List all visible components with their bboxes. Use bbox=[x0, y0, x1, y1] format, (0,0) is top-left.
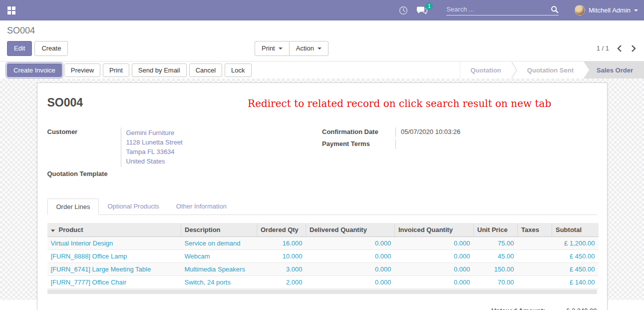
column-header-product[interactable]: Product bbox=[47, 223, 181, 237]
activities-clock-icon[interactable] bbox=[399, 6, 408, 15]
tab-order-lines[interactable]: Order Lines bbox=[47, 198, 99, 215]
send-by-email-button[interactable]: Send by Email bbox=[132, 64, 187, 77]
column-header-unit-price[interactable]: Unit Price bbox=[474, 223, 518, 237]
customer-city: Tampa FL 33634 bbox=[126, 147, 322, 156]
payment-terms-label: Payment Terms bbox=[322, 140, 395, 149]
left-field-group: Customer Gemini Furniture 1128 Lunetta S… bbox=[47, 128, 322, 182]
subtotal-cell: £ 1,200.00 bbox=[552, 237, 599, 250]
pager: 1 / 1 bbox=[597, 44, 609, 52]
taxes-cell bbox=[518, 276, 552, 289]
preview-button[interactable]: Preview bbox=[64, 64, 100, 77]
sort-caret-icon bbox=[51, 230, 55, 232]
ordered-qty-cell: 10.000 bbox=[257, 250, 306, 263]
confirmation-date-label: Confirmation Date bbox=[322, 128, 395, 137]
description-cell: Service on demand bbox=[181, 237, 257, 250]
column-header-ordered-qty[interactable]: Ordered Qty bbox=[257, 223, 306, 237]
customer-label: Customer bbox=[47, 128, 121, 167]
taxes-cell bbox=[518, 263, 552, 276]
unit-price-cell: 70.00 bbox=[474, 276, 518, 289]
pager-next-button[interactable] bbox=[630, 44, 637, 53]
quotation-template-value bbox=[121, 170, 322, 179]
state-quotation-sent[interactable]: Quotation Sent bbox=[517, 62, 584, 78]
quotation-template-label: Quotation Template bbox=[47, 170, 121, 179]
description-cell: Multimedia Speakers bbox=[181, 263, 257, 276]
unit-price-cell: 45.00 bbox=[474, 250, 518, 263]
create-invoice-button[interactable]: Create Invoice bbox=[7, 64, 62, 77]
table-row[interactable]: [FURN_6741] Large Meeting Table Multimed… bbox=[47, 263, 599, 276]
statusbar: Create Invoice Preview Print Send by Ema… bbox=[0, 61, 644, 78]
search-input[interactable] bbox=[446, 6, 551, 13]
edit-button[interactable]: Edit bbox=[7, 41, 32, 56]
delivered-qty-cell: 0.000 bbox=[306, 237, 395, 250]
pager-previous-button[interactable] bbox=[616, 44, 623, 53]
chevron-down-icon bbox=[634, 10, 638, 12]
unit-price-cell: 75.00 bbox=[474, 237, 518, 250]
create-button[interactable]: Create bbox=[34, 41, 68, 56]
ordered-qty-cell: 16.000 bbox=[257, 237, 306, 250]
print-button[interactable]: Print bbox=[103, 64, 129, 77]
table-header-row: Product Description Ordered Qty Delivere… bbox=[47, 223, 599, 237]
untaxed-amount-value: £ 2,240.00 bbox=[566, 307, 597, 310]
delivered-qty-cell: 0.000 bbox=[306, 263, 395, 276]
description-cell: Webcam bbox=[181, 250, 257, 263]
user-name: Mitchell Admin bbox=[589, 6, 631, 14]
sale-order-sheet: SO004 Redirect to related record on clic… bbox=[37, 82, 608, 310]
column-header-description[interactable]: Description bbox=[181, 223, 257, 237]
untaxed-amount-label: Untaxed Amount: bbox=[491, 307, 545, 310]
search-icon[interactable] bbox=[551, 6, 559, 14]
tab-optional-products[interactable]: Optional Products bbox=[99, 198, 167, 214]
column-header-delivered-quantity[interactable]: Delivered Quantity bbox=[306, 223, 395, 237]
ordered-qty-cell: 2.000 bbox=[257, 276, 306, 289]
lock-button[interactable]: Lock bbox=[225, 64, 251, 77]
column-header-product-label: Product bbox=[59, 226, 83, 234]
table-row[interactable]: Virtual Interior Design Service on deman… bbox=[47, 237, 599, 250]
user-menu[interactable]: Mitchell Admin bbox=[575, 5, 638, 16]
confirmation-date-value: 05/07/2020 10:03:26 bbox=[395, 128, 597, 137]
table-row[interactable]: [FURN_8888] Office Lamp Webcam 10.000 0.… bbox=[47, 250, 599, 263]
invoiced-qty-cell: 0.000 bbox=[395, 250, 474, 263]
column-header-taxes[interactable]: Taxes bbox=[518, 223, 552, 237]
column-header-subtotal[interactable]: Subtotal bbox=[552, 223, 599, 237]
order-lines-table: Product Description Ordered Qty Delivere… bbox=[47, 223, 599, 289]
action-dropdown[interactable]: Action bbox=[289, 41, 328, 56]
invoiced-qty-cell: 0.000 bbox=[395, 237, 474, 250]
delivered-qty-cell: 0.000 bbox=[306, 276, 395, 289]
taxes-cell bbox=[518, 237, 552, 250]
breadcrumb[interactable]: SO004 bbox=[7, 26, 637, 36]
table-row[interactable]: [FURN_7777] Office Chair Switch, 24 port… bbox=[47, 276, 599, 289]
apps-menu-icon[interactable] bbox=[5, 4, 18, 17]
customer-name[interactable]: Gemini Furniture bbox=[126, 128, 322, 138]
state-quotation[interactable]: Quotation bbox=[460, 62, 511, 78]
state-sales-order[interactable]: Sales Order bbox=[584, 62, 644, 78]
messages-icon[interactable]: 1 bbox=[417, 6, 427, 15]
delivered-qty-cell: 0.000 bbox=[306, 250, 395, 263]
product-cell: [FURN_6741] Large Meeting Table bbox=[47, 263, 181, 276]
chevron-separator-icon bbox=[511, 62, 517, 78]
form-view-background: SO004 Redirect to related record on clic… bbox=[0, 78, 644, 300]
product-cell: Virtual Interior Design bbox=[47, 237, 181, 250]
product-cell: [FURN_7777] Office Chair bbox=[47, 276, 181, 289]
table-scrollbar[interactable] bbox=[47, 290, 597, 294]
action-dropdown-label: Action bbox=[296, 44, 314, 52]
subtotal-cell: £ 450.00 bbox=[552, 263, 599, 276]
statusbar-states: Quotation Quotation Sent Sales Order bbox=[460, 62, 644, 78]
customer-value[interactable]: Gemini Furniture 1128 Lunetta Street Tam… bbox=[121, 128, 322, 167]
unit-price-cell: 150.00 bbox=[474, 263, 518, 276]
page-title: SO004 bbox=[47, 96, 83, 110]
totals-section: Untaxed Amount: £ 2,240.00 bbox=[47, 307, 597, 310]
print-dropdown-label: Print bbox=[262, 44, 275, 52]
description-cell: Switch, 24 ports bbox=[181, 276, 257, 289]
cancel-button[interactable]: Cancel bbox=[189, 64, 222, 77]
product-cell: [FURN_8888] Office Lamp bbox=[47, 250, 181, 263]
user-avatar bbox=[575, 5, 585, 16]
right-field-group: Confirmation Date 05/07/2020 10:03:26 Pa… bbox=[322, 128, 597, 182]
tab-other-information[interactable]: Other Information bbox=[168, 198, 235, 214]
customer-country: United States bbox=[126, 156, 322, 166]
print-dropdown[interactable]: Print bbox=[255, 41, 290, 56]
column-header-invoiced-quantity[interactable]: Invoiced Quantity bbox=[395, 223, 474, 237]
notebook-tabs: Order Lines Optional Products Other Info… bbox=[47, 198, 597, 215]
customer-street: 1128 Lunetta Street bbox=[126, 138, 322, 147]
subtotal-cell: £ 450.00 bbox=[552, 250, 599, 263]
taxes-cell bbox=[518, 250, 552, 263]
annotation-text: Redirect to related record on click sear… bbox=[248, 98, 551, 110]
